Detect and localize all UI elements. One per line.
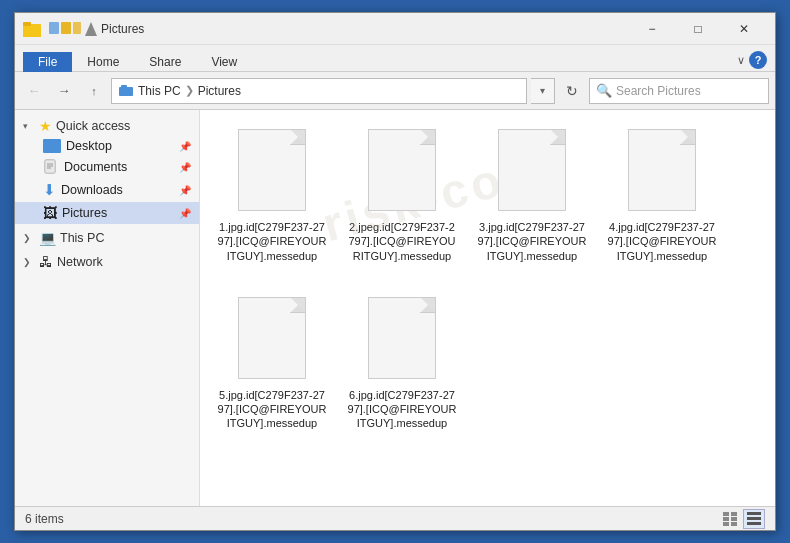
file-icon-1	[236, 129, 308, 214]
list-view-button[interactable]	[719, 509, 741, 529]
tab-view[interactable]: View	[196, 52, 252, 72]
file-icon-3	[496, 129, 568, 214]
svg-marker-6	[85, 22, 97, 36]
ribbon: File Home Share View ∨ ?	[15, 45, 775, 72]
sidebar-item-documents[interactable]: Documents 📌	[15, 156, 199, 178]
star-icon: ★	[39, 118, 52, 134]
sidebar-this-pc-label: This PC	[60, 231, 104, 245]
svg-rect-14	[723, 512, 729, 516]
ribbon-tabs: File Home Share View ∨ ?	[15, 45, 775, 71]
list-item[interactable]: 4.jpg.id[C279F237-2797].[ICQ@FIREYOURITG…	[602, 122, 722, 270]
svg-rect-4	[61, 22, 71, 34]
file-icon-6	[366, 297, 438, 382]
file-name-5: 5.jpg.id[C279F237-2797].[ICQ@FIREYOURITG…	[217, 388, 327, 431]
sidebar-item-desktop-label: Desktop	[66, 139, 112, 153]
pin-icon-documents: 📌	[179, 162, 191, 173]
sidebar-item-downloads-label: Downloads	[61, 183, 123, 197]
svg-rect-19	[731, 522, 737, 526]
svg-rect-18	[723, 522, 729, 526]
sidebar-quick-access-header[interactable]: ▾ ★ Quick access	[15, 116, 199, 136]
svg-rect-22	[747, 522, 761, 525]
svg-rect-8	[121, 85, 127, 88]
icon-view-button[interactable]	[743, 509, 765, 529]
file-explorer-window: Pictures − □ ✕ File Home Share View ∨ ? …	[14, 12, 776, 531]
title-bar: Pictures − □ ✕	[15, 13, 775, 45]
svg-rect-2	[23, 22, 31, 26]
title-bar-quick-access-icons	[49, 22, 97, 36]
file-icon-4	[626, 129, 698, 214]
search-bar[interactable]: 🔍 Search Pictures	[589, 78, 769, 104]
file-name-3: 3.jpg.id[C279F237-2797].[ICQ@FIREYOURITG…	[477, 220, 587, 263]
desktop-folder-icon	[43, 139, 61, 153]
tab-file[interactable]: File	[23, 52, 72, 72]
forward-button[interactable]: →	[51, 78, 77, 104]
file-page-4	[628, 129, 696, 211]
sidebar-section-quick-access: ▾ ★ Quick access Desktop 📌	[15, 116, 199, 224]
search-icon: 🔍	[596, 83, 612, 98]
svg-rect-20	[747, 512, 761, 515]
svg-rect-16	[723, 517, 729, 521]
quick-access-label: Quick access	[56, 119, 130, 133]
title-bar-icon	[23, 19, 43, 39]
up-button[interactable]: ↑	[81, 78, 107, 104]
pin-icon-downloads: 📌	[179, 185, 191, 196]
file-name-6: 6.jpg.id[C279F237-2797].[ICQ@FIREYOURITG…	[347, 388, 457, 431]
file-icon-2	[366, 129, 438, 214]
file-icon-5	[236, 297, 308, 382]
ribbon-collapse-icon[interactable]: ∨	[737, 54, 745, 67]
list-item[interactable]: 2.jpeg.id[C279F237-2797].[ICQ@FIREYOURIT…	[342, 122, 462, 270]
file-page-6	[368, 297, 436, 379]
sidebar-item-desktop[interactable]: Desktop 📌	[15, 136, 199, 156]
sidebar-item-documents-label: Documents	[64, 160, 127, 174]
sidebar-item-pictures[interactable]: 🖼 Pictures 📌	[15, 202, 199, 224]
sidebar-this-pc-header[interactable]: ❯ 💻 This PC	[15, 228, 199, 248]
maximize-button[interactable]: □	[675, 13, 721, 45]
breadcrumb-sep-1: ❯	[185, 84, 194, 97]
sidebar-item-downloads[interactable]: ⬇ Downloads 📌	[15, 178, 199, 202]
close-button[interactable]: ✕	[721, 13, 767, 45]
network-icon: 🖧	[39, 254, 53, 270]
file-page-3	[498, 129, 566, 211]
list-item[interactable]: 1.jpg.id[C279F237-2797].[ICQ@FIREYOURITG…	[212, 122, 332, 270]
downloads-icon: ⬇	[43, 181, 56, 199]
svg-rect-17	[731, 517, 737, 521]
file-name-4: 4.jpg.id[C279F237-2797].[ICQ@FIREYOURITG…	[607, 220, 717, 263]
refresh-button[interactable]: ↻	[559, 78, 585, 104]
sidebar: ▾ ★ Quick access Desktop 📌	[15, 110, 200, 506]
minimize-button[interactable]: −	[629, 13, 675, 45]
computer-icon: 💻	[39, 230, 56, 246]
back-button[interactable]: ←	[21, 78, 47, 104]
address-bar[interactable]: This PC ❯ Pictures	[111, 78, 527, 104]
tab-share[interactable]: Share	[134, 52, 196, 72]
sidebar-section-network: ❯ 🖧 Network	[15, 252, 199, 272]
pin-icon-desktop: 📌	[179, 141, 191, 152]
status-bar: 6 items	[15, 506, 775, 530]
list-item[interactable]: 5.jpg.id[C279F237-2797].[ICQ@FIREYOURITG…	[212, 290, 332, 438]
list-item[interactable]: 6.jpg.id[C279F237-2797].[ICQ@FIREYOURITG…	[342, 290, 462, 438]
sidebar-network-header[interactable]: ❯ 🖧 Network	[15, 252, 199, 272]
list-item[interactable]: 3.jpg.id[C279F237-2797].[ICQ@FIREYOURITG…	[472, 122, 592, 270]
window-title: Pictures	[101, 22, 629, 36]
sidebar-section-this-pc: ❯ 💻 This PC	[15, 228, 199, 248]
tab-home[interactable]: Home	[72, 52, 134, 72]
svg-rect-15	[731, 512, 737, 516]
help-icon[interactable]: ?	[749, 51, 767, 69]
breadcrumb: This PC ❯ Pictures	[118, 84, 520, 98]
address-dropdown-button[interactable]: ▾	[531, 78, 555, 104]
chevron-right-icon: ❯	[23, 233, 35, 243]
svg-rect-3	[49, 22, 59, 34]
breadcrumb-this-pc[interactable]: This PC	[138, 84, 181, 98]
pictures-folder-icon: 🖼	[43, 205, 57, 221]
documents-icon	[43, 159, 59, 175]
main-content: ▾ ★ Quick access Desktop 📌	[15, 110, 775, 506]
file-page-5	[238, 297, 306, 379]
address-bar-area: ← → ↑ This PC ❯ Pictures ▾ ↻ 🔍 Search Pi…	[15, 72, 775, 110]
file-name-2: 2.jpeg.id[C279F237-2797].[ICQ@FIREYOURIT…	[347, 220, 457, 263]
breadcrumb-pictures[interactable]: Pictures	[198, 84, 241, 98]
sidebar-network-label: Network	[57, 255, 103, 269]
search-placeholder: Search Pictures	[616, 84, 701, 98]
window-controls: − □ ✕	[629, 13, 767, 45]
file-name-1: 1.jpg.id[C279F237-2797].[ICQ@FIREYOURITG…	[217, 220, 327, 263]
file-page-1	[238, 129, 306, 211]
svg-rect-1	[23, 26, 41, 37]
